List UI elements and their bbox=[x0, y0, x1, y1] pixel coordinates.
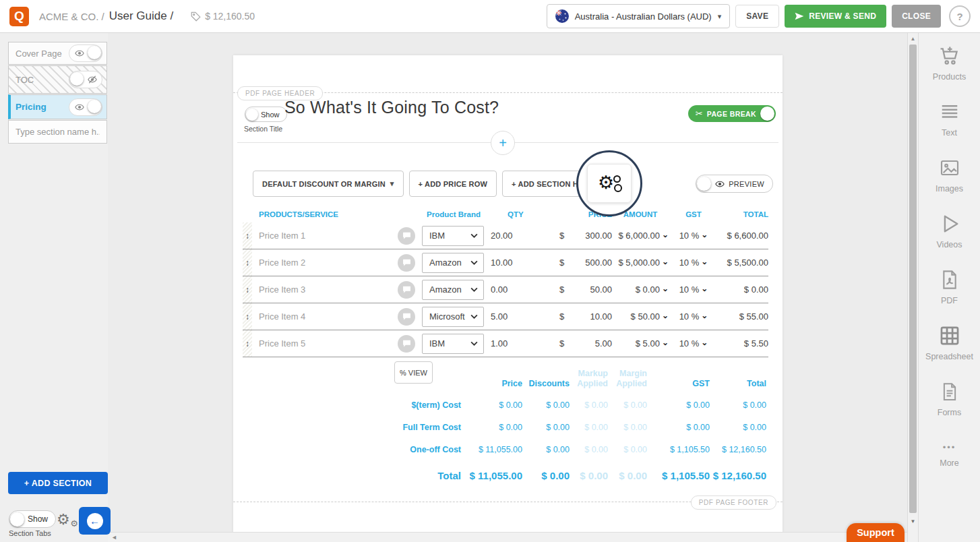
vertical-scrollbar[interactable]: ▲ ▼ bbox=[907, 33, 919, 542]
section-settings-gears-icon[interactable]: ⚙ ⚙ bbox=[57, 513, 77, 531]
price-row: ↕ Price Item 2 Amazon 10.00 $ 500.00 $ 5… bbox=[243, 249, 768, 276]
qty-field[interactable]: 10.00 bbox=[485, 258, 553, 268]
rail-item-more[interactable]: ••• More bbox=[919, 439, 980, 468]
qty-field[interactable]: 1.00 bbox=[485, 338, 553, 349]
rail-item-spreadsheet[interactable]: Spreadsheet bbox=[919, 323, 980, 361]
support-button[interactable]: Support bbox=[847, 523, 905, 542]
brand-select[interactable]: Amazon bbox=[422, 253, 484, 273]
drag-handle[interactable]: ↕ bbox=[243, 222, 252, 249]
rail-item-forms[interactable]: Forms bbox=[919, 379, 980, 417]
new-section-name-input[interactable] bbox=[8, 120, 107, 144]
sidebar-item-cover-page[interactable]: Cover Page bbox=[8, 42, 107, 65]
amount-dropdown[interactable]: $ 0.00⌄ bbox=[612, 284, 669, 295]
amount-dropdown[interactable]: $ 50.00⌄ bbox=[612, 311, 669, 322]
gst-dropdown[interactable]: 10 %⌄ bbox=[669, 311, 718, 322]
gst-dropdown[interactable]: 10 %⌄ bbox=[669, 258, 718, 268]
gear-icon: ⚙ bbox=[598, 172, 614, 193]
amount-dropdown[interactable]: $ 5.00⌄ bbox=[612, 338, 669, 349]
gst-value: 10 % bbox=[679, 258, 700, 268]
sidebar-item-toc[interactable]: TOC bbox=[8, 65, 107, 94]
cart-plus-icon bbox=[919, 43, 980, 69]
toggle-knob bbox=[88, 100, 101, 113]
brand-select[interactable]: IBM bbox=[422, 226, 484, 246]
qty-field[interactable]: 20.00 bbox=[485, 231, 553, 241]
rail-item-pdf[interactable]: PDF bbox=[919, 267, 980, 305]
rail-item-videos[interactable]: Videos bbox=[919, 211, 980, 249]
section-title[interactable]: So What's It Going To Cost? bbox=[284, 98, 499, 117]
comment-button[interactable] bbox=[398, 254, 415, 272]
item-name[interactable]: Price Item 1 bbox=[252, 231, 398, 241]
comment-button[interactable] bbox=[398, 335, 415, 353]
gst-dropdown[interactable]: 10 %⌄ bbox=[669, 231, 718, 241]
grid-icon bbox=[919, 323, 980, 349]
summary-col-price: Price bbox=[461, 361, 522, 394]
app-logo[interactable]: Q bbox=[9, 7, 29, 26]
preview-label: PREVIEW bbox=[729, 180, 764, 188]
default-discount-dropdown[interactable]: DEFAULT DISCOUNT OR MARGIN ▾ bbox=[253, 171, 404, 197]
amount-dropdown[interactable]: $ 6,000.00⌄ bbox=[612, 231, 669, 241]
rail-item-images[interactable]: Images bbox=[919, 155, 980, 193]
scroll-up-icon[interactable]: ▲ bbox=[908, 36, 918, 42]
item-name[interactable]: Price Item 4 bbox=[252, 311, 398, 322]
percent-view-button[interactable]: % VIEW bbox=[394, 361, 433, 384]
breadcrumb-document[interactable]: User Guide / bbox=[109, 9, 173, 23]
qty-field[interactable]: 0.00 bbox=[485, 284, 553, 295]
brand-select[interactable]: IBM bbox=[422, 334, 484, 354]
drag-handle[interactable]: ↕ bbox=[243, 330, 252, 357]
rail-label: Spreadsheet bbox=[919, 352, 980, 361]
caret-down-icon: ⌄ bbox=[701, 284, 708, 293]
comment-button[interactable] bbox=[398, 281, 415, 299]
close-button[interactable]: CLOSE bbox=[892, 5, 941, 28]
add-block-button[interactable]: + bbox=[491, 131, 515, 155]
collapse-sidebar-button[interactable]: ← bbox=[79, 507, 111, 535]
section-tabs-show-toggle[interactable]: Show bbox=[9, 510, 56, 528]
price-field[interactable]: 300.00 bbox=[573, 231, 612, 241]
scroll-down-icon[interactable]: ▼ bbox=[908, 518, 918, 524]
gst-dropdown[interactable]: 10 %⌄ bbox=[669, 284, 718, 295]
amount-dropdown[interactable]: $ 5,000.00⌄ bbox=[612, 258, 669, 268]
price-field[interactable]: 500.00 bbox=[573, 258, 612, 268]
toggle-knob bbox=[70, 72, 84, 86]
add-section-button[interactable]: + ADD SECTION bbox=[8, 472, 108, 494]
comment-button[interactable] bbox=[398, 227, 415, 245]
summary-row-label: One-off Cost bbox=[243, 438, 461, 460]
editor-canvas: PDF PAGE HEADER Show Section Title So Wh… bbox=[108, 33, 907, 542]
currency-selector[interactable]: Australia - Australian Dollars (AUD) ▾ bbox=[547, 4, 731, 28]
add-price-row-button[interactable]: + ADD PRICE ROW bbox=[409, 171, 497, 197]
item-name[interactable]: Price Item 2 bbox=[252, 258, 398, 268]
drag-handle[interactable]: ↕ bbox=[243, 276, 252, 303]
brand-select[interactable]: Microsoft bbox=[422, 307, 484, 327]
caret-down-icon: ⌄ bbox=[701, 257, 708, 266]
visibility-toggle[interactable] bbox=[69, 98, 102, 116]
gst-dropdown[interactable]: 10 %⌄ bbox=[669, 338, 718, 349]
rail-item-products[interactable]: Products bbox=[919, 43, 980, 82]
save-button[interactable]: SAVE bbox=[735, 5, 779, 28]
scrollbar-thumb[interactable] bbox=[909, 44, 917, 513]
visibility-toggle[interactable] bbox=[69, 71, 102, 88]
price-field[interactable]: 10.00 bbox=[573, 311, 612, 322]
scroll-left-icon[interactable]: ◄ bbox=[111, 534, 117, 541]
summary-total-value: $ 0.00 bbox=[570, 460, 608, 490]
section-title-show-toggle[interactable]: Show bbox=[245, 107, 287, 122]
visibility-toggle[interactable] bbox=[69, 44, 102, 62]
comment-button[interactable] bbox=[398, 308, 415, 326]
price-field[interactable]: 5.00 bbox=[573, 338, 612, 349]
currency-symbol: $ bbox=[553, 284, 573, 295]
help-button[interactable]: ? bbox=[949, 5, 971, 27]
item-name[interactable]: Price Item 5 bbox=[252, 338, 398, 349]
rail-item-text[interactable]: Text bbox=[919, 99, 980, 138]
caret-down-icon: ⌄ bbox=[662, 230, 669, 239]
price-field[interactable]: 50.00 bbox=[573, 284, 612, 295]
horizontal-scrollbar[interactable]: ◄ ► bbox=[108, 532, 907, 542]
brand-select[interactable]: Amazon bbox=[422, 280, 484, 300]
brand-value: Amazon bbox=[429, 284, 462, 295]
qty-field[interactable]: 5.00 bbox=[485, 311, 553, 322]
item-name[interactable]: Price Item 3 bbox=[252, 284, 398, 295]
review-send-button[interactable]: REVIEW & SEND bbox=[785, 5, 886, 28]
page-break-toggle[interactable]: ✂ PAGE BREAK bbox=[688, 105, 776, 122]
sidebar-item-pricing[interactable]: Pricing bbox=[8, 94, 107, 119]
preview-toggle[interactable]: PREVIEW bbox=[696, 175, 773, 193]
drag-handle[interactable]: ↕ bbox=[243, 303, 252, 330]
drag-handle[interactable]: ↕ bbox=[243, 249, 252, 276]
pricing-settings-button[interactable]: ⚙ bbox=[587, 164, 632, 203]
